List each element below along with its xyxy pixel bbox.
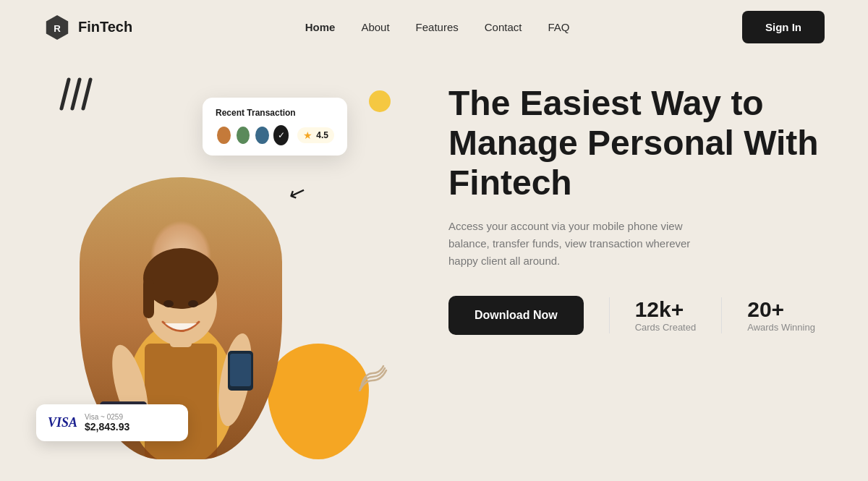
nav-links: Home About Features Contact FAQ <box>305 21 570 34</box>
stats-divider-2 <box>721 297 722 333</box>
svg-line-3 <box>72 80 80 108</box>
stat-awards-label: Awards Winning <box>747 322 815 333</box>
svg-rect-6 <box>145 344 217 459</box>
visa-logo: VISA <box>48 415 77 430</box>
orange-blob-secondary <box>268 344 369 459</box>
stat-awards-number: 20+ <box>747 297 815 322</box>
nav-item-about[interactable]: About <box>361 21 389 34</box>
svg-line-4 <box>83 80 90 108</box>
stat-cards: 12k+ Cards Created <box>635 297 697 333</box>
avatar-2 <box>235 125 252 145</box>
avatar-check-icon: ✓ <box>273 125 289 145</box>
nav-item-contact[interactable]: Contact <box>485 21 522 34</box>
rating-badge: ★ 4.5 <box>297 127 334 143</box>
svg-text:R: R <box>54 22 61 33</box>
svg-line-2 <box>61 80 69 108</box>
visa-amount: $2,843.93 <box>85 421 129 433</box>
logo-icon: R <box>43 14 71 41</box>
brand-name: FinTech <box>78 19 132 35</box>
hero-right: The Easiest Way to Manage Personal With … <box>405 69 825 335</box>
cta-row: Download Now 12k+ Cards Created 20+ Awar… <box>448 296 825 335</box>
svg-rect-10 <box>143 278 154 318</box>
headline-line2: Manage Personal With <box>448 124 819 162</box>
arrow-decoration: ↙ <box>286 179 310 207</box>
visa-info: Visa ~ 0259 $2,843.93 <box>85 413 129 433</box>
stats-divider <box>609 297 610 333</box>
headline-line3: Fintech <box>448 163 572 202</box>
hero-left: Recent Transaction ✓ ★ 4.5 ↙ VISA Visa ~… <box>43 69 405 481</box>
svg-point-11 <box>163 300 174 307</box>
download-button[interactable]: Download Now <box>448 296 584 335</box>
nav-item-features[interactable]: Features <box>416 21 459 34</box>
stat-awards: 20+ Awards Winning <box>747 297 815 333</box>
yellow-circle-deco <box>369 90 391 112</box>
stat-cards-number: 12k+ <box>635 297 697 322</box>
transaction-card: Recent Transaction ✓ ★ 4.5 <box>203 98 347 156</box>
svg-point-9 <box>143 248 218 309</box>
hero-headline: The Easiest Way to Manage Personal With … <box>448 83 825 203</box>
svg-point-12 <box>188 300 198 307</box>
svg-rect-16 <box>230 354 251 386</box>
hero-subtext: Access your account via your mobile phon… <box>448 218 716 270</box>
swirl-decoration <box>354 355 391 394</box>
deco-slashes <box>58 76 101 129</box>
sign-in-button[interactable]: Sign In <box>742 11 825 43</box>
transaction-card-title: Recent Transaction <box>216 108 334 118</box>
star-icon: ★ <box>303 129 312 141</box>
visa-card: VISA Visa ~ 0259 $2,843.93 <box>36 404 188 441</box>
avatar-1 <box>216 125 232 145</box>
nav-item-home[interactable]: Home <box>305 21 336 34</box>
avatar-3 <box>254 125 271 145</box>
hero-section: Recent Transaction ✓ ★ 4.5 ↙ VISA Visa ~… <box>0 54 868 481</box>
rating-number: 4.5 <box>316 130 328 140</box>
visa-number: Visa ~ 0259 <box>85 413 129 421</box>
nav-item-faq[interactable]: FAQ <box>548 21 569 34</box>
stat-cards-label: Cards Created <box>635 322 697 333</box>
headline-line1: The Easiest Way to <box>448 84 764 122</box>
logo[interactable]: R FinTech <box>43 14 132 41</box>
transaction-avatars: ✓ ★ 4.5 <box>216 125 334 145</box>
navbar: R FinTech Home About Features Contact FA… <box>0 0 868 54</box>
